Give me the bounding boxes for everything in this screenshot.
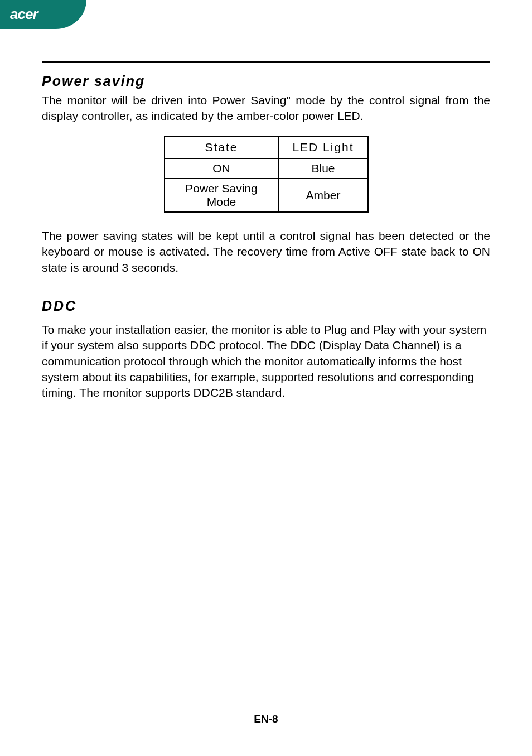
power-saving-intro-paragraph: The monitor will be driven into Power Sa…: [42, 93, 490, 124]
led-state-table: State LED Light ON Blue Power Saving Mod…: [164, 136, 369, 213]
table-cell-led: Amber: [279, 179, 368, 212]
table-row: Power Saving Mode Amber: [165, 179, 368, 212]
table-header-row: State LED Light: [165, 136, 368, 158]
table-cell-led: Blue: [279, 158, 368, 179]
svg-text:acer: acer: [10, 7, 39, 22]
table-row: ON Blue: [165, 158, 368, 179]
power-saving-heading: Power saving: [42, 73, 490, 89]
ddc-heading: DDC: [42, 298, 490, 314]
power-saving-detail-paragraph: The power saving states will be kept unt…: [42, 228, 490, 276]
acer-logo-icon: acer: [10, 7, 60, 22]
page-number: EN-8: [0, 713, 532, 725]
table-cell-state: Power Saving Mode: [165, 179, 279, 212]
page-content: Power saving The monitor will be driven …: [0, 0, 532, 401]
table-header-led: LED Light: [279, 136, 368, 158]
table-cell-state: ON: [165, 158, 279, 179]
top-divider: [42, 61, 490, 63]
ddc-paragraph: To make your installation easier, the mo…: [42, 322, 490, 401]
table-header-state: State: [165, 136, 279, 158]
